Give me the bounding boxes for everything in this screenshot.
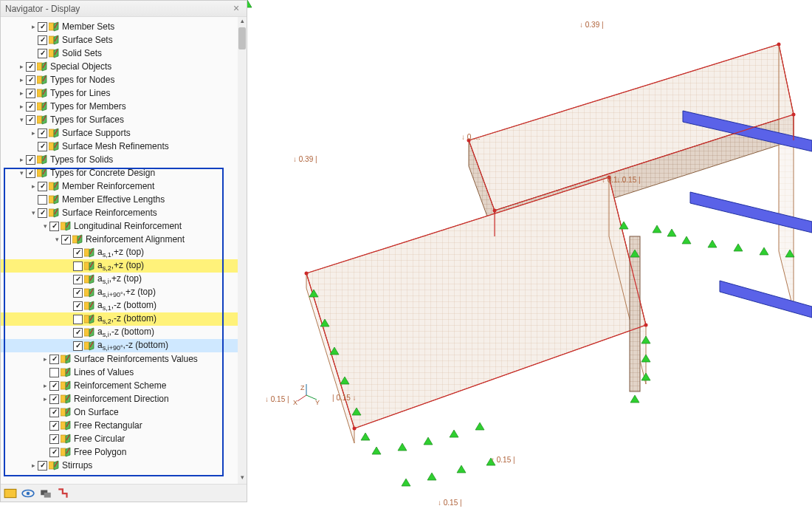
chevron-right-icon[interactable]: ▸ <box>29 129 38 137</box>
tab-project-icon[interactable] <box>4 487 17 500</box>
chevron-right-icon[interactable]: ▸ <box>29 23 38 30</box>
tree-item[interactable]: ▾Longitudinal Reinforcement <box>1 219 238 233</box>
tree-item[interactable]: ▸Member Reinforcement <box>1 179 238 193</box>
tree-item[interactable]: ▸Lines of Values <box>1 366 238 379</box>
checkbox[interactable] <box>26 62 35 72</box>
chevron-down-icon[interactable]: ▾ <box>52 236 61 243</box>
chevron-right-icon[interactable]: ▸ <box>17 63 26 70</box>
scrollbar[interactable]: ▴ ▾ <box>238 17 247 484</box>
tab-display-icon[interactable] <box>21 487 35 500</box>
checkbox[interactable] <box>73 315 83 324</box>
svg-rect-27 <box>61 382 66 389</box>
checkbox[interactable] <box>38 142 47 151</box>
tree-item[interactable]: ▸Free Rectangular <box>1 419 238 432</box>
checkbox[interactable] <box>38 461 47 471</box>
checkbox[interactable] <box>38 195 47 205</box>
tree-item[interactable]: ▸as,i+90°,-z (bottom) <box>1 339 238 352</box>
scroll-up-icon[interactable]: ▴ <box>238 17 247 27</box>
checkbox[interactable] <box>73 301 83 311</box>
scroll-thumb[interactable] <box>238 27 246 49</box>
tree-item[interactable]: ▸as,i,+z (top) <box>1 273 238 286</box>
checkbox[interactable] <box>26 155 35 165</box>
tree-item[interactable]: ▸Special Objects <box>1 60 238 73</box>
tree-item[interactable]: ▸Surface Sets <box>1 33 238 47</box>
svg-rect-0 <box>49 23 54 30</box>
tree-item[interactable]: ▸as,1,+z (top) <box>1 246 238 259</box>
tree-item[interactable]: ▸Free Polygon <box>1 445 238 459</box>
chevron-down-icon[interactable]: ▾ <box>17 169 26 177</box>
viewport-3d[interactable]: ↓ 0.39 | ↓ 0.39 | ↓ 0.… ↓ 0.1… ↓ 0.15 | … <box>247 0 812 520</box>
tree-item[interactable]: ▸Types for Solids <box>1 153 238 166</box>
checkbox[interactable] <box>61 235 71 244</box>
tree-item[interactable]: ▾Types for Concrete Design <box>1 166 238 179</box>
checkbox[interactable] <box>49 448 59 457</box>
checkbox[interactable] <box>49 421 59 431</box>
checkbox[interactable] <box>49 408 59 417</box>
checkbox[interactable] <box>73 248 83 258</box>
tree-item[interactable]: ▸Surface Supports <box>1 126 238 140</box>
chevron-right-icon[interactable]: ▸ <box>29 182 38 190</box>
checkbox[interactable] <box>38 22 47 32</box>
tree-item[interactable]: ▾Types for Surfaces <box>1 113 238 126</box>
chevron-right-icon[interactable]: ▸ <box>29 462 38 469</box>
chevron-right-icon[interactable]: ▸ <box>17 156 26 163</box>
tree-item[interactable]: ▸Reinforcement Direction <box>1 392 238 406</box>
checkbox[interactable] <box>38 35 47 45</box>
checkbox[interactable] <box>73 341 83 351</box>
checkbox[interactable] <box>26 115 35 125</box>
checkbox[interactable] <box>73 328 83 338</box>
chevron-right-icon[interactable]: ▸ <box>41 382 49 389</box>
tree-node-icon <box>49 208 59 218</box>
tree-item[interactable]: ▸Member Sets <box>1 20 238 33</box>
checkbox[interactable] <box>38 208 47 218</box>
tree-item[interactable]: ▸Reinforcement Scheme <box>1 379 238 392</box>
chevron-down-icon[interactable]: ▾ <box>29 209 38 216</box>
tree-item[interactable]: ▸Stirrups <box>1 459 238 472</box>
checkbox[interactable] <box>73 261 83 271</box>
scroll-down-icon[interactable]: ▾ <box>238 473 247 484</box>
tree-view[interactable]: ▸Member Sets▸Surface Sets▸Solid Sets▸Spe… <box>1 20 238 484</box>
tree-item[interactable]: ▾Surface Reinforcements <box>1 206 238 219</box>
tree-item[interactable]: ▾Reinforcement Alignment <box>1 233 238 246</box>
tree-item[interactable]: ▸Types for Nodes <box>1 73 238 86</box>
tree-item[interactable]: ▸Surface Reinforcements Values <box>1 352 238 366</box>
tree-item[interactable]: ▸Types for Lines <box>1 86 238 100</box>
checkbox[interactable] <box>49 222 59 231</box>
chevron-down-icon[interactable]: ▾ <box>17 116 26 123</box>
tree-item[interactable]: ▸On Surface <box>1 406 238 419</box>
tree-item[interactable]: ▸as,i,-z (bottom) <box>1 326 238 339</box>
checkbox[interactable] <box>38 129 47 138</box>
checkbox[interactable] <box>38 182 47 191</box>
checkbox[interactable] <box>49 394 59 404</box>
checkbox[interactable] <box>38 49 47 58</box>
tree-item[interactable]: ▸as,2,+z (top) <box>1 259 238 273</box>
checkbox[interactable] <box>49 434 59 444</box>
chevron-right-icon[interactable]: ▸ <box>41 355 49 363</box>
tab-results-icon[interactable] <box>57 487 70 500</box>
tree-item[interactable]: ▸Free Circular <box>1 432 238 445</box>
chevron-right-icon[interactable]: ▸ <box>17 89 26 97</box>
chevron-right-icon[interactable]: ▸ <box>41 395 49 403</box>
checkbox[interactable] <box>26 89 35 98</box>
checkbox[interactable] <box>73 288 83 298</box>
tree-item[interactable]: ▸Types for Members <box>1 100 238 113</box>
checkbox[interactable] <box>49 381 59 391</box>
tree-item[interactable]: ▸Surface Mesh Refinements <box>1 140 238 153</box>
checkbox[interactable] <box>26 168 35 178</box>
tree-item-label: Surface Sets <box>62 35 113 45</box>
tree-item[interactable]: ▸as,2,-z (bottom) <box>1 312 238 326</box>
checkbox[interactable] <box>49 368 59 377</box>
chevron-right-icon[interactable]: ▸ <box>17 76 26 83</box>
checkbox[interactable] <box>73 275 83 284</box>
checkbox[interactable] <box>49 355 59 364</box>
chevron-down-icon[interactable]: ▾ <box>41 222 49 230</box>
checkbox[interactable] <box>26 75 35 85</box>
tree-item[interactable]: ▸Solid Sets <box>1 47 238 60</box>
chevron-right-icon[interactable]: ▸ <box>17 103 26 110</box>
tree-item[interactable]: ▸as,i+90°,+z (top) <box>1 286 238 299</box>
tree-item[interactable]: ▸Member Effective Lengths <box>1 193 238 206</box>
close-icon[interactable]: × <box>230 3 242 15</box>
checkbox[interactable] <box>26 102 35 112</box>
tree-item[interactable]: ▸as,1,-z (bottom) <box>1 299 238 312</box>
tab-views-icon[interactable] <box>39 487 52 500</box>
